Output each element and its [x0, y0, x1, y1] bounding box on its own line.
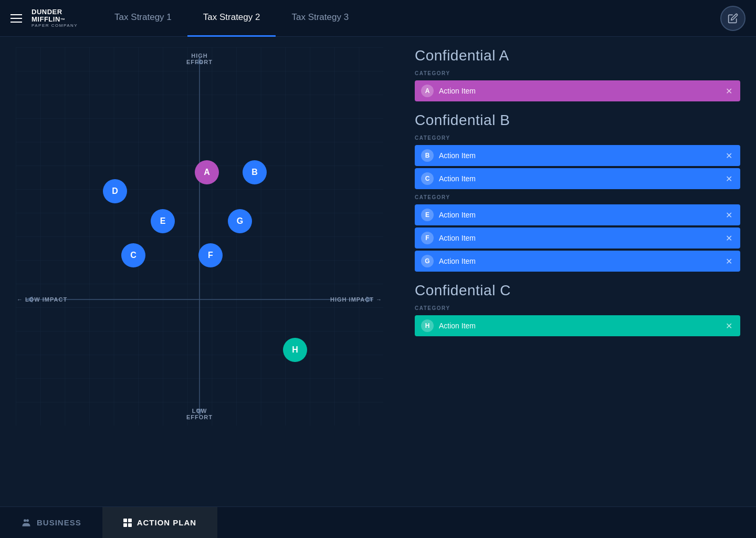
section-a-title: Confidential A	[415, 47, 740, 64]
data-point-h[interactable]: H	[283, 338, 307, 362]
action-plan-icon	[123, 519, 132, 527]
action-item-c-text: Action Item	[439, 174, 723, 183]
nav-tabs: Tax Strategy 1 Tax Strategy 2 Tax Strate…	[99, 0, 720, 37]
right-panel: Confidential A CATEGORY A Action Item ✕ …	[399, 37, 756, 506]
tab-business[interactable]: BUSINESS	[0, 507, 102, 539]
action-item-g-text: Action Item	[439, 257, 723, 265]
badge-e: E	[421, 209, 434, 221]
axis-label-high-effort: HIGHEFFORT	[186, 53, 213, 65]
hamburger-menu[interactable]	[10, 14, 22, 23]
data-point-c[interactable]: C	[121, 243, 145, 267]
section-b-category-label-1: CATEGORY	[415, 135, 740, 141]
axis-label-high-impact: HIGH IMPACT →	[330, 296, 382, 303]
chart-area: HIGHEFFORT LOWEFFORT ← LOW IMPACT HIGH I…	[0, 37, 399, 506]
logo-sub: PAPER COMPANY	[32, 23, 78, 28]
badge-c: C	[421, 172, 434, 185]
section-confidential-b: Confidential B CATEGORY B Action Item ✕ …	[415, 112, 740, 272]
close-e[interactable]: ✕	[723, 210, 734, 220]
tab-tax-strategy-2[interactable]: Tax Strategy 2	[187, 0, 276, 37]
badge-f: F	[421, 232, 434, 244]
section-a-category-label: CATEGORY	[415, 70, 740, 76]
svg-point-9	[26, 519, 29, 522]
section-c-title: Confidential C	[415, 282, 740, 299]
badge-g: G	[421, 255, 434, 267]
action-item-h[interactable]: H Action Item ✕	[415, 315, 740, 336]
action-item-b[interactable]: B Action Item ✕	[415, 145, 740, 166]
logo-text: DUNDERMIFFLIN™	[32, 8, 78, 24]
data-point-f[interactable]: F	[198, 243, 223, 267]
logo: DUNDERMIFFLIN™ PAPER COMPANY	[32, 8, 78, 28]
tab-tax-strategy-3[interactable]: Tax Strategy 3	[276, 0, 364, 37]
chart-grid: HIGHEFFORT LOWEFFORT ← LOW IMPACT HIGH I…	[16, 47, 383, 426]
action-item-f-text: Action Item	[439, 234, 723, 242]
badge-a: A	[421, 85, 434, 97]
action-item-h-text: Action Item	[439, 322, 723, 330]
close-c[interactable]: ✕	[723, 173, 734, 184]
action-item-b-text: Action Item	[439, 151, 723, 160]
close-h[interactable]: ✕	[723, 320, 734, 331]
chart-svg	[16, 47, 383, 426]
close-a[interactable]: ✕	[723, 86, 734, 96]
section-c-category-label: CATEGORY	[415, 305, 740, 311]
bottom-bar: BUSINESS ACTION PLAN	[0, 506, 756, 538]
action-item-c[interactable]: C Action Item ✕	[415, 168, 740, 189]
badge-b: B	[421, 149, 434, 162]
badge-h: H	[421, 319, 434, 332]
header: DUNDERMIFFLIN™ PAPER COMPANY Tax Strateg…	[0, 0, 756, 37]
section-confidential-c: Confidential C CATEGORY H Action Item ✕	[415, 282, 740, 336]
action-plan-label: ACTION PLAN	[137, 518, 197, 527]
section-b-title: Confidential B	[415, 112, 740, 129]
svg-point-8	[24, 519, 26, 522]
data-point-g[interactable]: G	[228, 209, 252, 233]
close-f[interactable]: ✕	[723, 233, 734, 243]
close-g[interactable]: ✕	[723, 256, 734, 266]
action-item-e-text: Action Item	[439, 211, 723, 219]
axis-label-low-impact: ← LOW IMPACT	[17, 296, 67, 303]
action-item-a-text: Action Item	[439, 87, 723, 95]
data-point-b[interactable]: B	[243, 160, 267, 184]
tab-tax-strategy-1[interactable]: Tax Strategy 1	[99, 0, 187, 37]
data-point-d[interactable]: D	[103, 179, 127, 203]
edit-button[interactable]	[720, 6, 746, 31]
close-b[interactable]: ✕	[723, 150, 734, 161]
data-point-e[interactable]: E	[151, 209, 175, 233]
action-item-g[interactable]: G Action Item ✕	[415, 251, 740, 272]
tab-action-plan[interactable]: ACTION PLAN	[102, 507, 218, 539]
axis-label-low-effort: LOWEFFORT	[186, 408, 213, 420]
action-item-a[interactable]: A Action Item ✕	[415, 80, 740, 101]
data-point-a[interactable]: A	[195, 160, 219, 184]
action-item-e[interactable]: E Action Item ✕	[415, 204, 740, 225]
section-b-category-label-2: CATEGORY	[415, 194, 740, 200]
main-content: HIGHEFFORT LOWEFFORT ← LOW IMPACT HIGH I…	[0, 37, 756, 506]
header-right	[720, 6, 746, 31]
business-icon	[21, 518, 32, 528]
section-confidential-a: Confidential A CATEGORY A Action Item ✕	[415, 47, 740, 101]
action-item-f[interactable]: F Action Item ✕	[415, 227, 740, 249]
business-label: BUSINESS	[37, 518, 81, 527]
